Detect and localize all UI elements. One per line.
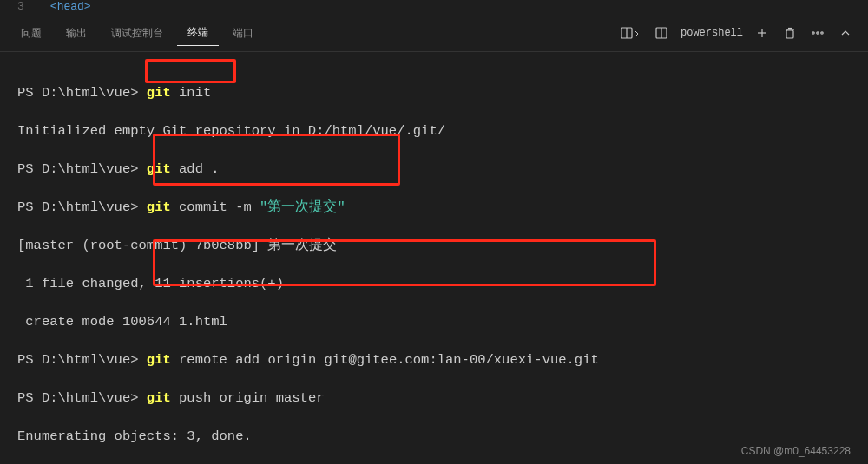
cmd-text: commit -m bbox=[179, 199, 260, 215]
svg-point-10 bbox=[817, 32, 819, 34]
prompt: PS D:\html\vue> bbox=[17, 390, 139, 406]
git-keyword: git bbox=[147, 85, 171, 101]
terminal-output[interactable]: PS D:\html\vue> git init Initialized emp… bbox=[0, 52, 868, 464]
output-line: create mode 100644 1.html bbox=[17, 312, 851, 331]
split-terminal-icon[interactable] bbox=[649, 23, 674, 43]
cmd-text: init bbox=[179, 85, 211, 101]
output-line: 1 file changed, 11 insertions(+) bbox=[17, 274, 851, 293]
tab-problems[interactable]: 问题 bbox=[10, 21, 52, 46]
svg-point-9 bbox=[812, 32, 814, 34]
highlight-box bbox=[145, 59, 236, 83]
cmd-text: push origin master bbox=[179, 390, 324, 406]
panel-tabs: 问题 输出 调试控制台 终端 端口 powershell bbox=[0, 15, 868, 52]
cmd-text: add . bbox=[179, 161, 220, 177]
git-keyword: git bbox=[147, 161, 171, 177]
new-terminal-icon[interactable] bbox=[750, 23, 774, 43]
editor-peek: 3<head> bbox=[0, 0, 868, 15]
output-line: [master (root-commit) 7b0e8bb] 第一次提交 bbox=[17, 236, 851, 255]
svg-rect-6 bbox=[786, 30, 793, 38]
shell-name[interactable]: powershell bbox=[677, 27, 746, 39]
prompt: PS D:\html\vue> bbox=[17, 199, 139, 215]
prompt: PS D:\html\vue> bbox=[17, 161, 139, 177]
tab-terminal[interactable]: 终端 bbox=[177, 20, 219, 46]
output-line: Initialized empty Git repository in D:/h… bbox=[17, 121, 851, 141]
git-keyword: git bbox=[147, 352, 171, 368]
split-editor-icon[interactable] bbox=[615, 23, 646, 43]
tab-ports[interactable]: 端口 bbox=[222, 21, 264, 46]
commit-message: "第一次提交" bbox=[260, 199, 345, 215]
git-keyword: git bbox=[147, 390, 171, 406]
maximize-panel-icon[interactable] bbox=[833, 23, 858, 43]
cmd-text: remote add origin git@gitee.com:lan-00/x… bbox=[179, 352, 599, 368]
tab-debug-console[interactable]: 调试控制台 bbox=[101, 21, 174, 46]
tab-output[interactable]: 输出 bbox=[56, 21, 97, 46]
output-line: Enumerating objects: 3, done. bbox=[17, 427, 851, 446]
more-icon[interactable] bbox=[806, 23, 830, 43]
git-keyword: git bbox=[147, 199, 171, 215]
prompt: PS D:\html\vue> bbox=[17, 352, 139, 368]
watermark: CSDN @m0_64453228 bbox=[741, 445, 851, 457]
kill-terminal-icon[interactable] bbox=[778, 23, 802, 43]
prompt: PS D:\html\vue> bbox=[17, 85, 139, 101]
svg-point-11 bbox=[821, 32, 823, 34]
